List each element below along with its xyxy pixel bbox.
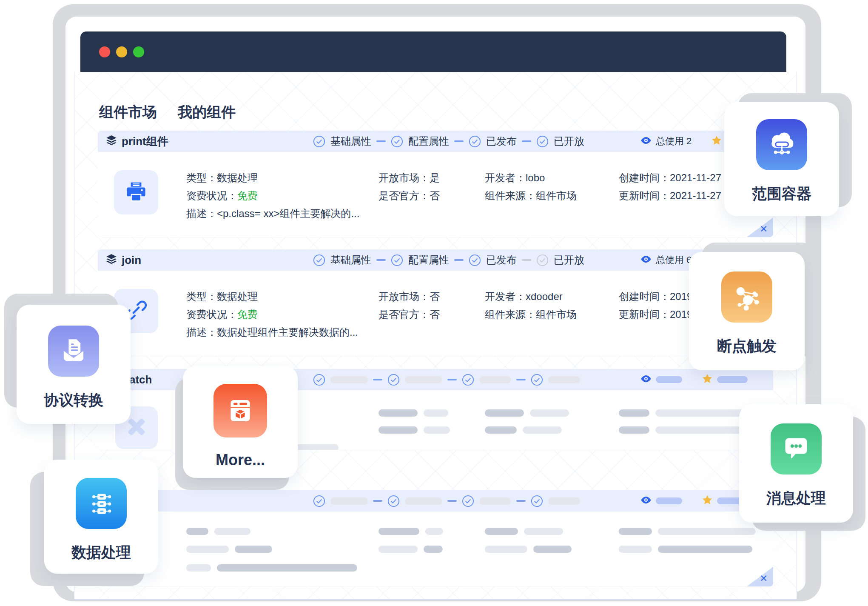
layers-icon <box>105 253 117 267</box>
usage-rating-skeleton <box>640 490 748 512</box>
eye-icon <box>640 373 652 386</box>
skeleton-bar <box>485 528 518 535</box>
skeleton-bar <box>548 497 580 505</box>
skeleton-bar <box>485 426 517 434</box>
skeleton-bar <box>533 546 572 553</box>
skeleton-bar <box>424 546 443 553</box>
skeleton-bar <box>186 564 211 572</box>
skeleton-bar <box>330 376 368 383</box>
usage-count: 总使用 2 <box>656 135 692 148</box>
step-basic: 基础属性 <box>330 134 371 148</box>
usage-count: 总使用 6 <box>656 254 692 266</box>
skeleton-bar <box>524 528 563 535</box>
eye-icon <box>640 135 652 148</box>
check-circle-icon <box>469 254 481 266</box>
check-circle-icon <box>469 135 481 148</box>
status-steps: 基础属性 配置属性 已发布 已开放 <box>313 249 584 271</box>
skeleton-bar <box>379 409 418 417</box>
card-title: print组件 <box>122 134 168 149</box>
skeleton-bar <box>523 426 562 434</box>
skeleton-bar <box>186 546 229 553</box>
close-icon[interactable]: ✕ <box>760 224 768 234</box>
status-steps: 基础属性 配置属性 已发布 已开放 <box>313 131 584 152</box>
tab-my-components[interactable]: 我的组件 <box>178 103 236 122</box>
skeleton-bar <box>658 528 756 535</box>
check-circle-icon <box>313 374 325 386</box>
card-corner-fold: ✕ <box>747 217 773 237</box>
tile-range-container[interactable]: 范围容器 <box>724 102 839 216</box>
field-official: 是否官方：否 <box>379 189 440 203</box>
status-steps-skeleton <box>313 369 580 390</box>
skeleton-bar <box>658 546 752 553</box>
skeleton-bar <box>548 376 580 383</box>
usage-rating-skeleton <box>640 369 748 390</box>
tile-protocol-convert[interactable]: 协议转换 <box>17 305 131 424</box>
check-circle-icon <box>313 254 325 266</box>
traffic-light-close-icon[interactable] <box>99 46 110 57</box>
component-card-skeleton-2[interactable]: ✕ <box>98 490 773 586</box>
check-circle-icon <box>313 135 325 148</box>
step-connector <box>522 259 531 261</box>
step-connector <box>447 379 457 380</box>
skeleton-bar <box>235 546 272 553</box>
tile-data-processing[interactable]: 数据处理 <box>44 460 158 574</box>
field-source: 组件来源：组件市场 <box>485 308 577 321</box>
step-open: 已开放 <box>554 253 584 267</box>
tab-component-market[interactable]: 组件市场 <box>99 103 157 122</box>
component-card-join[interactable]: join 基础属性 配置属性 已发布 已开放 总使用 <box>98 249 773 356</box>
check-circle-icon <box>387 495 400 507</box>
step-connector <box>454 259 464 261</box>
field-developer: 开发者：lobo <box>485 171 545 185</box>
skeleton-bar <box>217 564 357 572</box>
cloud-network-icon <box>756 119 807 170</box>
skeleton-bar <box>717 376 748 383</box>
window-content: 组件市场 我的组件 print组件 基础属性 配置属性 <box>74 72 797 600</box>
tile-breakpoint-trigger[interactable]: 断点触发 <box>689 252 805 370</box>
star-icon <box>702 495 713 507</box>
card-title-row: print组件 <box>105 131 168 152</box>
tile-message-processing[interactable]: 消息处理 <box>739 404 853 523</box>
card-title: join <box>122 254 141 267</box>
step-connector <box>447 500 457 502</box>
tile-label: More... <box>216 451 265 469</box>
check-circle-icon <box>462 495 474 507</box>
skeleton-bar <box>379 546 418 553</box>
skeleton-bar <box>619 546 652 553</box>
tile-more[interactable]: More... <box>183 366 298 478</box>
field-open-market: 开放市场：否 <box>379 290 440 303</box>
card-title-row: join <box>105 249 141 271</box>
eye-icon <box>640 495 652 507</box>
skeleton-bar <box>619 528 652 535</box>
step-connector <box>522 140 531 142</box>
check-circle-icon <box>536 254 549 266</box>
tile-label: 范围容器 <box>752 184 811 204</box>
check-circle-icon <box>391 135 403 148</box>
skeleton-bar <box>479 497 511 505</box>
tile-label: 消息处理 <box>766 488 826 508</box>
check-circle-icon <box>531 495 543 507</box>
traffic-light-maximize-icon[interactable] <box>133 46 144 57</box>
check-circle-icon <box>531 374 543 386</box>
skeleton-bar <box>214 528 250 535</box>
window-titlebar <box>80 31 786 72</box>
card-title-fragment: atch <box>129 373 152 386</box>
field-source: 组件来源：组件市场 <box>485 189 577 203</box>
skeleton-bar <box>186 528 208 535</box>
star-icon <box>711 135 722 148</box>
close-icon[interactable]: ✕ <box>760 574 768 583</box>
step-connector <box>373 500 382 502</box>
field-open-market: 开放市场：是 <box>379 171 440 185</box>
step-connector <box>454 140 464 142</box>
step-published: 已发布 <box>486 253 517 267</box>
component-card-print[interactable]: print组件 基础属性 配置属性 已发布 已开放 <box>98 131 773 237</box>
skeleton-bar <box>424 409 448 417</box>
status-steps-skeleton <box>313 490 580 512</box>
step-published: 已发布 <box>486 134 517 148</box>
traffic-light-minimize-icon[interactable] <box>116 46 127 57</box>
field-desc: 描述：<p.class= xx>组件主要解决的... <box>186 207 359 220</box>
tile-label: 协议转换 <box>44 390 103 410</box>
skeleton-bar <box>405 376 442 383</box>
component-avatar <box>114 170 158 214</box>
skeleton-bar <box>619 409 649 417</box>
skeleton-bar <box>619 426 649 434</box>
